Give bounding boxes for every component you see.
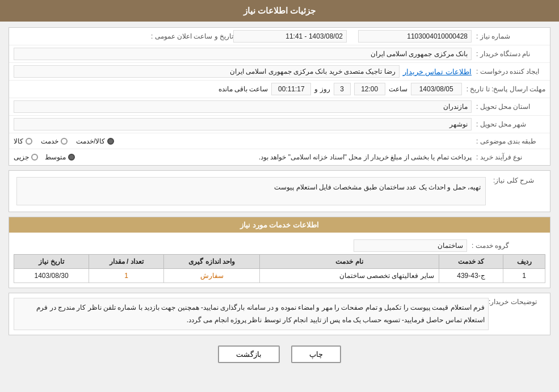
buyer-name-row: نام دستگاه خریدار : بانک مرکزی جمهوری اس… [9, 45, 550, 63]
description-content: تهیه، حمل و احداث یک عدد ساختمان طبق مشخ… [16, 177, 486, 205]
category-khadamat-label: خدمت [41, 137, 58, 145]
service-group-label: گروه خدمت : [467, 242, 541, 250]
process-motavasset-label: متوسط [45, 153, 66, 161]
services-table: ردیف کد خدمت نام خدمت واحد اندازه گیری ت… [14, 254, 545, 283]
buyer-name-value: بانک مرکزی جمهوری اسلامی ایران [14, 48, 472, 60]
buyer-notes-content: فرم استعلام قیمت پیوست را تکمیل و تمام ص… [14, 298, 489, 330]
category-kala-khadamat-label: کالا/خدمت [76, 137, 105, 145]
deadline-remaining-value: 00:11:17 [271, 83, 311, 95]
row-number: 1 [503, 269, 545, 283]
deadline-days-value: 3 [334, 83, 351, 95]
category-kala-khadamat-radio [107, 138, 114, 145]
row-service-name: سایر فعالیتهای تخصصی ساختمان [260, 269, 439, 283]
category-kala: کالا [14, 137, 32, 145]
announce-datetime-value: 1403/08/02 - 11:41 [233, 30, 347, 43]
page-title: جزئیات اطلاعات نیاز [243, 6, 316, 15]
col-date: تاریخ نیاز [14, 255, 89, 269]
deadline-remaining-label: ساعت باقی مانده [218, 85, 268, 93]
process-radio-group: متوسط جزیی [14, 153, 75, 161]
buttons-row: چاپ بازگشت [9, 340, 550, 369]
process-label: نوع فرآیند خرید : [472, 153, 545, 161]
category-row: طبقه بندی موضوعی : کالا/خدمت خدمت کالا [9, 133, 550, 149]
process-jozvi-radio [31, 154, 38, 161]
need-number-value: 1103004010000428 [358, 30, 472, 43]
city-label: شهر محل تحویل : [472, 120, 545, 128]
col-row: ردیف [503, 255, 545, 269]
category-kala-label: کالا [14, 137, 23, 145]
category-radio-group: کالا/خدمت خدمت کالا [14, 137, 472, 145]
process-motavasset-radio [68, 154, 75, 161]
contact-link[interactable]: اطلاعات تماس خریدار [403, 68, 472, 76]
description-section: شرح کلی نیاز: تهیه، حمل و احداث یک عدد س… [9, 170, 550, 212]
description-section-label: شرح کلی نیاز: [489, 174, 545, 184]
deadline-days-label: روز و [314, 85, 330, 93]
service-group-value: ساختمان [354, 239, 467, 252]
print-button[interactable]: چاپ [291, 345, 341, 363]
buyer-name-label: نام دستگاه خریدار : [472, 50, 545, 58]
deadline-time-label: ساعت [389, 85, 407, 93]
category-khadamat-radio [61, 138, 68, 145]
services-title: اطلاعات خدمات مورد نیاز [9, 217, 550, 233]
col-name: نام خدمت [260, 255, 439, 269]
row-code: ج-43-439 [439, 269, 503, 283]
process-jozvi: جزیی [14, 153, 38, 161]
province-label: استان محل تحویل : [472, 103, 545, 111]
province-row: استان محل تحویل : مازندران [9, 98, 550, 116]
category-khadamat: خدمت [41, 137, 68, 145]
category-kala-khadamat: کالا/خدمت [76, 137, 114, 145]
creator-label: ایجاد کننده درخواست : [472, 68, 545, 75]
deadline-time-value: 12:00 [354, 83, 385, 95]
services-section: اطلاعات خدمات مورد نیاز گروه خدمت : ساخت… [9, 217, 550, 288]
process-jozvi-label: جزیی [14, 153, 29, 161]
province-value: مازندران [14, 100, 472, 113]
buyer-notes-label: توضیحات خریدار: [489, 298, 545, 330]
col-quantity: تعداد / مقدار [89, 255, 164, 269]
service-group-row: گروه خدمت : ساختمان [14, 237, 545, 254]
buyer-notes-section: توضیحات خریدار: فرم استعلام قیمت پیوست ر… [9, 293, 550, 335]
category-kala-radio [26, 138, 32, 145]
need-number-label: شماره نیاز : [472, 32, 545, 40]
main-info-section: شماره نیاز : 1103004010000428 1403/08/02… [9, 27, 550, 166]
creator-value: رضا تاجیک متصدی خرید بانک مرکزی جمهوری ا… [14, 65, 400, 78]
need-number-row: شماره نیاز : 1103004010000428 1403/08/02… [9, 28, 550, 45]
table-row: 1 ج-43-439 سایر فعالیتهای تخصصی ساختمان … [14, 269, 545, 283]
process-row: نوع فرآیند خرید : پرداخت تمام یا بخشی از… [9, 149, 550, 165]
process-motavasset: متوسط [45, 153, 75, 161]
row-date: 1403/08/30 [14, 269, 89, 283]
announce-datetime-label: تاریخ و ساعت اعلان عمومی : [131, 32, 233, 40]
page-header: جزئیات اطلاعات نیاز [0, 0, 559, 22]
col-code: کد خدمت [439, 255, 503, 269]
row-quantity: 1 [89, 269, 164, 283]
category-label: طبقه بندی موضوعی : [472, 137, 545, 145]
creator-row: ایجاد کننده درخواست : اطلاعات تماس خریدا… [9, 63, 550, 81]
back-button[interactable]: بازگشت [218, 345, 280, 363]
deadline-row: مهلت ارسال پاسخ: تا تاریخ : 1403/08/05 س… [9, 81, 550, 98]
city-row: شهر محل تحویل : نوشهر [9, 116, 550, 133]
deadline-date-value: 1403/08/05 [411, 83, 462, 95]
process-description: پرداخت تمام یا بخشی از مبلغ خریدار از مح… [81, 153, 472, 161]
city-value: نوشهر [14, 118, 472, 130]
col-unit: واحد اندازه گیری [164, 255, 260, 269]
deadline-label: مهلت ارسال پاسخ: تا تاریخ : [462, 85, 545, 93]
row-unit: سفارش [164, 269, 260, 283]
